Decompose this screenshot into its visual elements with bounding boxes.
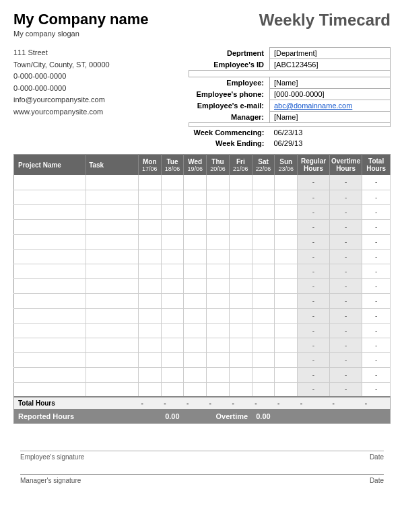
- cell-sun: [275, 175, 298, 190]
- cell-regular: -: [298, 249, 330, 264]
- cell-thu: [207, 323, 230, 338]
- table-row: - - -: [14, 219, 391, 234]
- cell-fri: [229, 175, 252, 190]
- cell-tue: [161, 308, 184, 323]
- cell-project: [14, 338, 86, 352]
- cell-thu: [207, 278, 230, 293]
- cell-total: -: [362, 338, 391, 352]
- address-phone2: 0-000-000-0000: [13, 83, 148, 95]
- cell-thu: [207, 249, 230, 264]
- cell-regular: -: [298, 382, 330, 397]
- week-ending-label: Week Ending:: [189, 138, 270, 149]
- employee-phone-row: Employee's phone: [000-000-0000]: [189, 89, 391, 100]
- employee-id-label: Employee's ID: [189, 59, 270, 71]
- cell-total: -: [362, 382, 391, 397]
- manager-sig-date: Date: [370, 477, 384, 484]
- cell-task: [86, 234, 139, 249]
- cell-regular: -: [298, 204, 330, 219]
- cell-project: [14, 352, 86, 367]
- cell-task: [86, 219, 139, 234]
- cell-sat: [252, 264, 275, 278]
- cell-wed: [184, 338, 207, 352]
- cell-regular: -: [298, 352, 330, 367]
- department-value: [Department]: [270, 48, 391, 59]
- timecard-table: Project Name Task Mon 17/06 Tue 18/06 We…: [13, 154, 391, 424]
- company-slogan: My company slogan: [13, 30, 149, 38]
- employee-phone-label: Employee's phone:: [189, 89, 270, 100]
- cell-sat: [252, 234, 275, 249]
- cell-overtime: -: [329, 308, 362, 323]
- cell-thu: [207, 338, 230, 352]
- company-name: My Company name: [13, 11, 149, 28]
- cell-wed: [184, 367, 207, 382]
- cell-sun: [275, 249, 298, 264]
- col-mon: Mon 17/06: [138, 155, 161, 176]
- cell-total: -: [362, 293, 391, 308]
- cell-project: [14, 278, 86, 293]
- department-row: Deprtment [Department]: [189, 48, 391, 59]
- cell-regular: -: [298, 190, 330, 204]
- cell-thu: [207, 308, 230, 323]
- cell-sat: [252, 249, 275, 264]
- cell-mon: [138, 293, 161, 308]
- cell-sun: [275, 190, 298, 204]
- cell-regular: -: [298, 278, 330, 293]
- cell-sun: [275, 293, 298, 308]
- cell-tue: [161, 293, 184, 308]
- cell-mon: [138, 264, 161, 278]
- address-line1: 111 Street: [13, 47, 148, 59]
- cell-total: -: [362, 367, 391, 382]
- overtime-label: Overtime: [207, 410, 252, 424]
- cell-fri: [229, 234, 252, 249]
- cell-task: [86, 323, 139, 338]
- employee-id-row: Employee's ID [ABC123456]: [189, 59, 391, 71]
- cell-overtime: -: [329, 204, 362, 219]
- cell-task: [86, 204, 139, 219]
- total-hours-label: Total Hours: [14, 397, 139, 410]
- cell-wed: [184, 308, 207, 323]
- cell-tue: [161, 234, 184, 249]
- employee-signature-row: Employee's signature Date: [20, 451, 384, 461]
- address-line2: Town/City, County, ST, 00000: [13, 59, 148, 71]
- manager-row: Manager: [Name]: [189, 112, 391, 123]
- cell-project: [14, 308, 86, 323]
- col-total-hours: Total Hours: [362, 155, 391, 176]
- col-regular-hours: Regular Hours: [298, 155, 330, 176]
- cell-thu: [207, 264, 230, 278]
- cell-sun: [275, 204, 298, 219]
- employee-email-value: abc@domainname.com: [270, 100, 391, 112]
- cell-sat: [252, 338, 275, 352]
- total-mon: -: [138, 397, 161, 410]
- address-phone1: 0-000-000-0000: [13, 71, 148, 83]
- document-title: Weekly Timecard: [259, 11, 391, 30]
- signature-section: Employee's signature Date Manager's sign…: [13, 451, 391, 484]
- cell-total: -: [362, 323, 391, 338]
- cell-task: [86, 338, 139, 352]
- cell-wed: [184, 249, 207, 264]
- cell-mon: [138, 175, 161, 190]
- cell-task: [86, 190, 139, 204]
- cell-task: [86, 249, 139, 264]
- cell-tue: [161, 278, 184, 293]
- cell-regular: -: [298, 308, 330, 323]
- cell-regular: -: [298, 323, 330, 338]
- manager-label: Manager:: [189, 112, 270, 123]
- cell-thu: [207, 293, 230, 308]
- cell-wed: [184, 190, 207, 204]
- col-thu: Thu 20/06: [207, 155, 230, 176]
- cell-overtime: -: [329, 190, 362, 204]
- employee-phone-value: [000-000-0000]: [270, 89, 391, 100]
- employee-email-row: Employee's e-mail: abc@domainname.com: [189, 100, 391, 112]
- form-fields: Deprtment [Department] Employee's ID [AB…: [148, 47, 391, 149]
- col-sat: Sat 22/06: [252, 155, 275, 176]
- cell-thu: [207, 190, 230, 204]
- cell-sun: [275, 382, 298, 397]
- cell-fri: [229, 249, 252, 264]
- employee-sig-label: Employee's signature: [20, 453, 84, 461]
- cell-project: [14, 175, 86, 190]
- cell-wed: [184, 293, 207, 308]
- cell-total: -: [362, 352, 391, 367]
- info-section: 111 Street Town/City, County, ST, 00000 …: [13, 47, 391, 149]
- cell-thu: [207, 219, 230, 234]
- cell-task: [86, 264, 139, 278]
